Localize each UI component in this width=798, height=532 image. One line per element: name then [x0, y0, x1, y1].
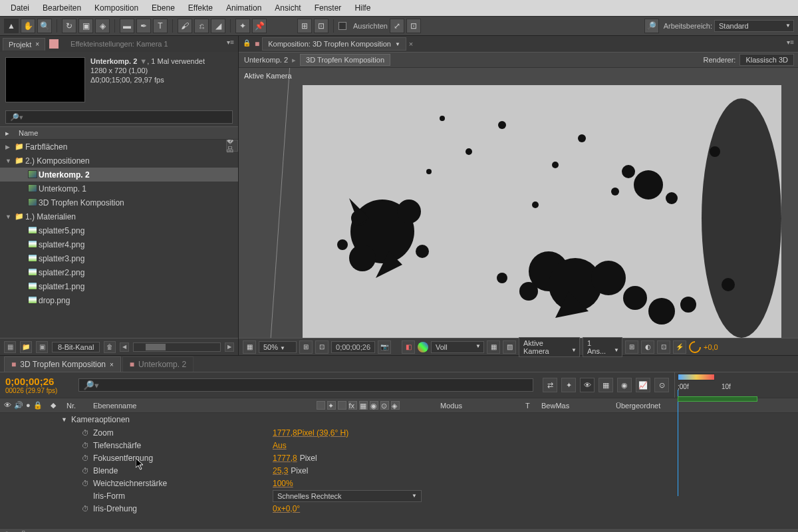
label-col-icon[interactable]: ◆: [51, 401, 56, 410]
comp-mini-flow-icon[interactable]: ⇄: [543, 378, 557, 392]
close-icon[interactable]: ×: [35, 41, 39, 48]
menu-item[interactable]: Datei: [4, 1, 36, 15]
project-item[interactable]: drop.png: [39, 296, 70, 305]
pen-tool-icon[interactable]: ✒: [136, 19, 151, 33]
snap-ext2-icon[interactable]: ⊡: [406, 19, 421, 33]
prop-value[interactable]: 100%: [273, 479, 293, 488]
frame-blend-icon[interactable]: ▦: [598, 378, 613, 392]
project-item[interactable]: splatter1.png: [39, 282, 84, 291]
bitdepth-select[interactable]: 8-Bit-Kanal: [52, 342, 100, 352]
visibility-col-icon[interactable]: 👁: [4, 401, 11, 410]
panel-menu-icon[interactable]: ▾≡: [787, 39, 794, 46]
prop-name[interactable]: Iris-Form: [93, 491, 273, 501]
project-item[interactable]: splatter5.png: [39, 226, 84, 235]
project-tab[interactable]: Projekt×: [3, 38, 45, 51]
prop-value[interactable]: 0x+0,0°: [273, 504, 300, 513]
menu-item[interactable]: Ansicht: [268, 1, 307, 15]
project-search-input[interactable]: [5, 110, 233, 124]
region-icon[interactable]: ◧: [402, 340, 415, 354]
views-count-select[interactable]: 1 Ans... ▼: [583, 337, 622, 357]
breadcrumb-item[interactable]: 3D Tropfen Komposition: [300, 54, 390, 66]
selection-tool-icon[interactable]: ▲: [4, 19, 19, 33]
channel-icon[interactable]: [418, 342, 428, 352]
project-item[interactable]: 2.) Kompositionen: [25, 156, 90, 166]
brainstorm-icon[interactable]: ⊙: [654, 378, 669, 392]
hand-tool-icon[interactable]: ✋: [21, 19, 35, 33]
mask-icon[interactable]: ◐: [641, 340, 654, 354]
audio-col-icon[interactable]: 🔊: [14, 401, 23, 410]
timeline-search-input[interactable]: [78, 378, 533, 392]
project-item[interactable]: Unterkomp. 2: [39, 170, 90, 180]
snapshot-icon[interactable]: 📷: [378, 340, 391, 354]
text-tool-icon[interactable]: T: [153, 19, 168, 33]
project-item[interactable]: splatter3.png: [39, 254, 84, 263]
motion-blur-icon[interactable]: ◉: [617, 378, 632, 392]
col-name-header[interactable]: Ebenenname: [93, 402, 275, 410]
solo-col-icon[interactable]: ●: [26, 401, 31, 410]
prop-name[interactable]: Zoom: [93, 428, 273, 438]
dropdown-icon[interactable]: ▼: [140, 57, 147, 65]
grid-icon[interactable]: ⊡: [315, 340, 329, 354]
project-tree[interactable]: �品 ▶📁Farbflächen ▼📁2.) Kompositionen Unt…: [0, 140, 238, 338]
menu-item[interactable]: Fenster: [308, 1, 348, 15]
col-mode-header[interactable]: Modus: [440, 402, 525, 410]
timecode-display[interactable]: 0;00;00;26: [331, 341, 375, 353]
quality-select[interactable]: Voll ▼: [431, 341, 484, 353]
project-item[interactable]: Unterkomp. 1: [39, 184, 86, 194]
camera-tool-icon[interactable]: ▣: [78, 19, 93, 33]
brush-tool-icon[interactable]: 🖌: [178, 19, 192, 33]
prop-value[interactable]: 1777,8: [273, 454, 297, 463]
roto-tool-icon[interactable]: ✦: [235, 19, 250, 33]
camera-options-group[interactable]: ▼Kameraoptionen: [0, 413, 798, 426]
snap-checkbox[interactable]: [338, 22, 346, 30]
scroll-left-icon[interactable]: ◀: [120, 342, 129, 352]
prop-value[interactable]: Aus: [273, 441, 287, 450]
comp-thumbnail[interactable]: [5, 57, 85, 102]
composition-canvas[interactable]: [303, 85, 781, 338]
menu-item[interactable]: Bearbeiten: [36, 1, 88, 15]
view-select[interactable]: Aktive Kamera ▼: [519, 337, 580, 357]
snap-ext1-icon[interactable]: ⤢: [390, 19, 404, 33]
project-item[interactable]: 3D Tropfen Komposition: [39, 198, 124, 207]
search-icon[interactable]: 🔎: [644, 19, 659, 33]
new-folder-icon[interactable]: 📁: [20, 341, 32, 353]
effects-tab[interactable]: Effekteinstellungen: Kamera 1: [65, 38, 174, 50]
close-icon[interactable]: ×: [110, 361, 114, 368]
scroll-right-icon[interactable]: ▶: [225, 342, 234, 352]
close-icon[interactable]: ×: [409, 40, 413, 48]
prop-name[interactable]: Blende: [93, 466, 273, 475]
eraser-tool-icon[interactable]: ◢: [211, 19, 225, 33]
timeline-tab[interactable]: ■3D Tropfen Komposition×: [4, 356, 121, 372]
trash-icon[interactable]: 🗑: [104, 341, 116, 353]
interpret-icon[interactable]: ▦: [4, 341, 16, 353]
timeline-tab[interactable]: ■Unterkomp. 2: [122, 356, 194, 372]
name-column-header[interactable]: ▸Name: [0, 126, 238, 140]
menu-item[interactable]: Komposition: [88, 1, 145, 15]
chevron-down-icon[interactable]: ▼: [395, 41, 400, 47]
zoom-select[interactable]: 50% ▼: [259, 341, 297, 353]
graph-icon[interactable]: 📈: [636, 378, 650, 392]
prop-value[interactable]: 1777,8Pixel (39,6° H): [273, 428, 348, 438]
menu-item[interactable]: Hilfe: [348, 1, 377, 15]
pixel-icon[interactable]: ⊡: [657, 340, 670, 354]
project-item[interactable]: Farbflächen: [25, 142, 67, 152]
axis-local-icon[interactable]: ⊞: [297, 19, 312, 33]
tree-flow-icon[interactable]: �品: [226, 140, 238, 152]
zoom-tool-icon[interactable]: 🔍: [37, 19, 52, 33]
timeline-timecode[interactable]: 0;00;00;26: [5, 376, 69, 387]
prop-name[interactable]: Weichzeichnerstärke: [93, 479, 273, 488]
timeline-ruler[interactable]: ;00f 10f: [674, 372, 798, 398]
panel-menu-icon[interactable]: ▾≡: [227, 39, 234, 46]
project-item[interactable]: splatter2.png: [39, 268, 84, 277]
menu-item[interactable]: Ebene: [145, 1, 182, 15]
transparency-icon[interactable]: ▦: [487, 340, 500, 354]
project-item[interactable]: splatter4.png: [39, 240, 84, 249]
col-t-header[interactable]: T: [525, 402, 541, 410]
prop-name[interactable]: Tiefenschärfe: [93, 441, 273, 450]
composition-tab[interactable]: Komposition: 3D Tropfen Komposition▼: [262, 37, 406, 51]
fast-preview-icon[interactable]: ⚡: [673, 340, 686, 354]
lock-icon[interactable]: 🔒: [243, 39, 252, 49]
rect-tool-icon[interactable]: ▬: [120, 19, 134, 33]
3d-icon[interactable]: ▨: [503, 340, 516, 354]
iris-form-select[interactable]: Schnelles Rechteck▼: [273, 490, 422, 502]
